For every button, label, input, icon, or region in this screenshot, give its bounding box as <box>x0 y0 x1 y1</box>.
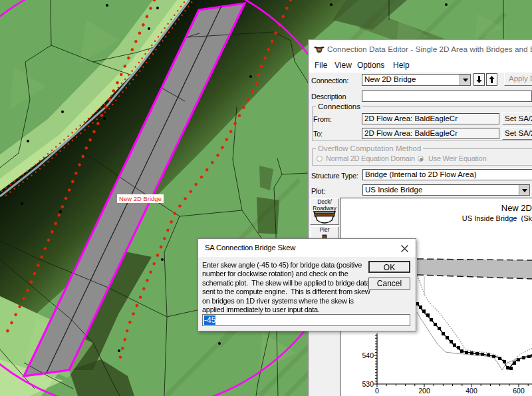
svg-text:600: 600 <box>513 387 525 395</box>
svg-text:200: 200 <box>418 387 430 395</box>
svg-text:540: 540 <box>362 351 374 359</box>
svg-text:0: 0 <box>375 387 379 395</box>
svg-text:400: 400 <box>466 387 477 395</box>
svg-text:530: 530 <box>362 380 374 388</box>
svg-text:New 2D Bridge: New 2D Bridge <box>119 195 162 202</box>
